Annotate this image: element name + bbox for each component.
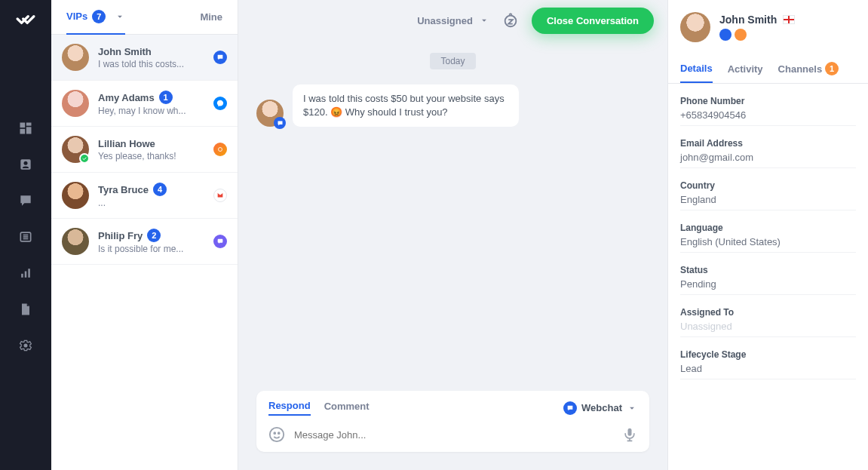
- contact-avatar: [680, 12, 710, 42]
- messenger-icon: [213, 97, 227, 110]
- field-lifecycle: Lifecycle Stage Lead: [680, 349, 856, 379]
- conversation-name: Tyra Bruce: [98, 184, 149, 195]
- svg-rect-11: [25, 272, 27, 278]
- message-avatar: [256, 100, 284, 127]
- status-value[interactable]: Pending: [680, 278, 856, 295]
- contact-name: John Smith: [719, 14, 777, 26]
- avatar: [62, 182, 89, 209]
- svg-point-5: [24, 161, 28, 165]
- chevron-down-icon: [115, 11, 125, 22]
- webchat-icon: [563, 401, 577, 415]
- message-row: I was told this costs $50 but your websi…: [256, 84, 649, 127]
- language-value[interactable]: English (United States): [680, 236, 856, 253]
- conversation-item[interactable]: Lillian Howe Yes please, thanks!: [51, 127, 238, 173]
- gmail-icon: [213, 189, 227, 202]
- webchat-icon: [719, 29, 732, 41]
- svg-rect-12: [28, 269, 30, 278]
- svg-rect-2: [26, 127, 32, 134]
- message-composer: Respond Comment Webchat: [256, 391, 649, 452]
- field-assigned: Assigned To Unassigned: [680, 307, 856, 337]
- chat-main: Unassigned Close Conversation Today I wa…: [238, 0, 667, 470]
- message-area: Today I was told this costs $50 but your…: [238, 41, 667, 391]
- channel-icon: [735, 29, 747, 41]
- conversation-name: Amy Adams: [98, 92, 155, 103]
- emoji-button[interactable]: [268, 426, 285, 443]
- details-panel: John Smith Details Activity Channels 1 P…: [667, 0, 868, 470]
- webchat-icon: [213, 51, 227, 64]
- conversation-item[interactable]: John Smith I was told this costs...: [51, 35, 238, 81]
- vips-count-badge: 7: [92, 10, 106, 23]
- avatar: [62, 228, 89, 255]
- field-phone: Phone Number +65834904546: [680, 96, 856, 126]
- tab-mine[interactable]: Mine: [200, 0, 222, 35]
- conversation-item[interactable]: Amy Adams1 Hey, may I know wh...: [51, 81, 238, 127]
- snooze-icon: [502, 12, 519, 29]
- conversation-item[interactable]: Philip Fry2 Is it possible for me...: [51, 219, 238, 265]
- tab-label: VIPs: [66, 11, 87, 22]
- verified-icon: [79, 153, 90, 164]
- assigned-value[interactable]: Unassigned: [680, 321, 856, 337]
- email-value[interactable]: john@gmail.com: [680, 152, 856, 168]
- avatar: [62, 90, 89, 117]
- assign-dropdown[interactable]: Unassigned: [417, 15, 489, 26]
- svg-rect-10: [21, 274, 23, 278]
- country-value[interactable]: England: [680, 194, 856, 210]
- list-icon[interactable]: [18, 229, 33, 244]
- tab-vips[interactable]: VIPs 7: [66, 0, 125, 35]
- file-icon[interactable]: [18, 302, 33, 317]
- nav-rail: [0, 0, 51, 470]
- app-logo: [16, 9, 35, 32]
- chevron-down-icon: [627, 403, 637, 413]
- field-country: Country England: [680, 180, 856, 210]
- conversation-preview: ...: [98, 198, 204, 208]
- field-language: Language English (United States): [680, 223, 856, 253]
- svg-point-14: [219, 148, 222, 152]
- activity-tab[interactable]: Activity: [728, 54, 763, 83]
- viber-icon: [213, 235, 227, 248]
- contact-tabs: Details Activity Channels 1: [668, 54, 868, 84]
- conversation-name: Lillian Howe: [98, 138, 204, 149]
- field-status: Status Pending: [680, 265, 856, 295]
- contact-channels: [719, 29, 795, 41]
- conversation-item[interactable]: Tyra Bruce4 ...: [51, 173, 238, 219]
- reports-icon[interactable]: [18, 266, 33, 281]
- field-email: Email Address john@gmail.com: [680, 138, 856, 168]
- phone-value[interactable]: +65834904546: [680, 109, 856, 126]
- contacts-icon[interactable]: [18, 157, 33, 172]
- svg-rect-0: [20, 123, 26, 128]
- svg-point-17: [274, 432, 275, 434]
- details-tab[interactable]: Details: [680, 54, 713, 83]
- close-conversation-button[interactable]: Close Conversation: [532, 8, 654, 34]
- avatar: [62, 136, 89, 163]
- conversation-preview: Hey, may I know wh...: [98, 106, 204, 116]
- unread-badge: 4: [153, 183, 167, 196]
- conversation-name: Philip Fry: [98, 230, 143, 241]
- svg-rect-1: [26, 123, 32, 126]
- channels-badge: 1: [825, 62, 839, 75]
- webchat-icon: [274, 117, 286, 129]
- message-input[interactable]: [294, 429, 613, 441]
- date-separator: Today: [430, 53, 475, 69]
- flag-icon: [783, 15, 795, 24]
- chat-header: Unassigned Close Conversation: [238, 0, 667, 41]
- respond-tab[interactable]: Respond: [268, 400, 311, 416]
- conversation-preview: Yes please, thanks!: [98, 151, 204, 161]
- channels-tab[interactable]: Channels 1: [778, 54, 839, 83]
- lifecycle-value[interactable]: Lead: [680, 363, 856, 379]
- microphone-button[interactable]: [622, 427, 637, 442]
- settings-icon[interactable]: [18, 338, 33, 353]
- message-bubble: I was told this costs $50 but your websi…: [293, 84, 519, 127]
- conversation-preview: I was told this costs...: [98, 59, 204, 69]
- chevron-down-icon: [479, 15, 489, 26]
- comment-tab[interactable]: Comment: [324, 401, 370, 415]
- inbox-tabs: VIPs 7 Mine: [51, 0, 238, 35]
- messages-icon[interactable]: [18, 193, 33, 208]
- snooze-button[interactable]: [500, 10, 521, 31]
- contact-header: John Smith: [668, 0, 868, 54]
- channel-icon: [213, 143, 227, 156]
- dashboard-icon[interactable]: [18, 121, 33, 136]
- svg-rect-3: [20, 129, 26, 134]
- conversation-list: VIPs 7 Mine John Smith I was told this c…: [51, 0, 238, 470]
- channel-selector[interactable]: Webchat: [563, 401, 637, 415]
- conversation-preview: Is it possible for me...: [98, 244, 204, 254]
